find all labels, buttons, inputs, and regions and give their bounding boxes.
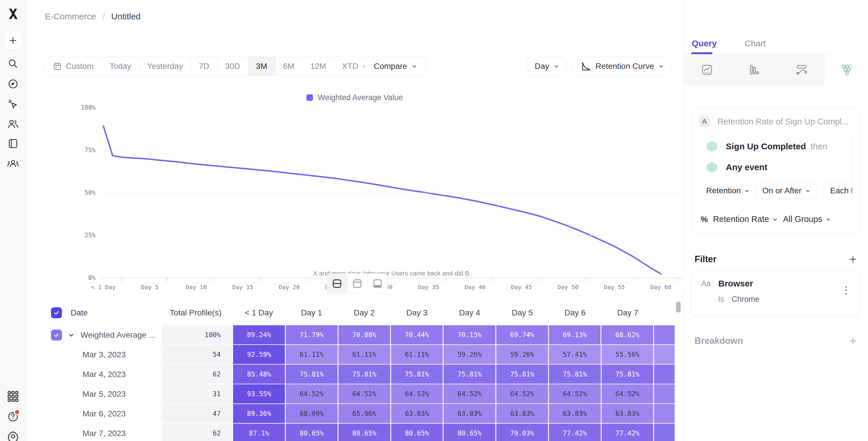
panel-tab-query[interactable]: Query bbox=[692, 33, 717, 54]
filter-menu-button[interactable] bbox=[840, 282, 852, 298]
retention-cell: 63.83% bbox=[601, 404, 653, 423]
sidebar-cohorts-button[interactable] bbox=[4, 154, 22, 172]
range-label: Today bbox=[110, 62, 131, 71]
row-expand-chevron[interactable] bbox=[68, 332, 74, 338]
sidebar-events-button[interactable] bbox=[4, 95, 22, 114]
retention-table: Date Total Profile(s) < 1 DayDay 1Day 2D… bbox=[43, 303, 675, 441]
range-today[interactable]: Today bbox=[102, 57, 139, 75]
panel-tabs: QueryChart bbox=[684, 33, 868, 54]
select-all-checkbox[interactable] bbox=[51, 307, 62, 318]
retention-cell: 55 bbox=[654, 345, 675, 364]
on-or-after-dropdown[interactable]: On or After bbox=[756, 182, 817, 199]
chart-type-tabs-inactive bbox=[684, 54, 825, 85]
range-label: 7D bbox=[199, 62, 209, 71]
query-name-input[interactable]: Retention Rate of Sign Up Compl... bbox=[717, 117, 848, 126]
row-label: Mar 4, 2023 bbox=[83, 370, 126, 379]
range-3m[interactable]: 3M bbox=[248, 57, 275, 75]
x-axis-line bbox=[101, 278, 683, 278]
row-checkbox[interactable] bbox=[51, 329, 62, 341]
breakdown-heading: Breakdown bbox=[694, 336, 743, 346]
sidebar-apps-button[interactable] bbox=[4, 387, 22, 406]
table-header-day: Day 6 bbox=[549, 308, 601, 317]
x-tick-label: Day 45 bbox=[511, 284, 532, 290]
each-day-dropdown[interactable]: Each Day bbox=[824, 182, 852, 199]
query-name-row: A Retention Rate of Sign Up Compl... bbox=[691, 108, 859, 133]
measure-dropdown[interactable]: Retention Rate bbox=[713, 214, 778, 224]
table-row: Mar 5, 20233193.55%64.52%64.52%64.52%64.… bbox=[43, 384, 675, 404]
x-tick-label: Day 40 bbox=[465, 284, 486, 290]
range-12m[interactable]: 12M bbox=[303, 57, 334, 75]
date-range-group: CustomTodayYesterday7D30D3M6M12MXTD bbox=[45, 57, 375, 76]
sidebar-help-button[interactable] bbox=[4, 407, 22, 426]
breadcrumb-workspace[interactable]: E-Commerce bbox=[45, 11, 96, 22]
sidebar-create-button[interactable] bbox=[4, 31, 22, 50]
check-icon bbox=[54, 332, 59, 338]
retention-cell: 89.24% bbox=[233, 325, 285, 344]
y-tick-label: 100% bbox=[52, 104, 96, 111]
breadcrumb-report-title[interactable]: Untitled bbox=[111, 11, 141, 22]
query-step-sign-up-completed[interactable]: Sign Up Completedthen bbox=[706, 140, 852, 152]
range-label: XTD bbox=[342, 62, 358, 71]
view-toggle-bottom-panel[interactable] bbox=[367, 274, 388, 293]
query-step-any-event[interactable]: Any event bbox=[706, 161, 852, 173]
y-tick-label: 50% bbox=[52, 189, 96, 196]
range-label: 12M bbox=[310, 62, 326, 71]
retention-cell: 75.81% bbox=[443, 365, 495, 384]
row-total-cell: 54 bbox=[162, 345, 232, 364]
tab-insights-chart[interactable] bbox=[684, 54, 731, 85]
vertical-scrollbar[interactable] bbox=[676, 302, 681, 313]
retention-cell: 61.11% bbox=[338, 345, 390, 364]
panel-tab-chart[interactable]: Chart bbox=[745, 33, 766, 54]
x-tick-mark bbox=[446, 278, 446, 281]
range-30d[interactable]: 30D bbox=[217, 57, 248, 75]
range-yesterday[interactable]: Yesterday bbox=[139, 57, 191, 75]
x-tick-label: < 1 Day bbox=[91, 284, 116, 290]
sidebar-search-button[interactable] bbox=[4, 54, 22, 73]
row-total-cell: 47 bbox=[162, 404, 232, 423]
granularity-dropdown[interactable]: Day bbox=[527, 57, 567, 76]
retention-dropdown[interactable]: Retention bbox=[706, 186, 749, 195]
groups-label: All Groups bbox=[783, 214, 822, 224]
table-header-row: Date Total Profile(s) < 1 DayDay 1Day 2D… bbox=[43, 303, 675, 323]
retention-cell: 64.52% bbox=[496, 384, 548, 403]
retention-cell: 75.81% bbox=[496, 365, 548, 384]
dropdown-label: On or After bbox=[762, 186, 801, 195]
filter-field-row: Aa Browser bbox=[691, 271, 859, 288]
retention-cell: 64 bbox=[654, 384, 675, 403]
tab-flow-chart[interactable] bbox=[778, 54, 825, 85]
range-6m[interactable]: 6M bbox=[275, 57, 303, 75]
x-tick-label: Day 15 bbox=[232, 284, 253, 290]
view-toggle-split-horizontal[interactable] bbox=[327, 274, 347, 293]
tab-retention-chart[interactable] bbox=[825, 54, 868, 85]
notification-dot bbox=[14, 409, 20, 415]
retention-cell: 77.42% bbox=[601, 423, 653, 441]
range-label: Custom bbox=[66, 62, 94, 71]
gridline bbox=[101, 235, 683, 235]
filter-card[interactable]: Aa Browser Is Chrome bbox=[691, 270, 860, 316]
groups-dropdown[interactable]: All Groups bbox=[783, 214, 831, 224]
sidebar-profiles-button[interactable] bbox=[4, 115, 22, 133]
step-label: Sign Up Completed bbox=[726, 141, 806, 151]
view-toggle-group bbox=[327, 274, 388, 293]
x-tick-mark bbox=[400, 278, 400, 281]
compare-button[interactable]: Compare bbox=[365, 57, 426, 76]
retention-chart: X and more days later your Users came ba… bbox=[43, 104, 689, 299]
main-content: CustomTodayYesterday7D30D3M6M12MXTD Comp… bbox=[26, 33, 683, 441]
chart-type-dropdown[interactable]: Retention Curve bbox=[573, 57, 672, 76]
range-7d[interactable]: 7D bbox=[191, 57, 217, 75]
retention-analysis-app: E-Commerce / Untitled Save CustomTodayYe… bbox=[0, 0, 868, 441]
retention-cell: 89.36% bbox=[233, 404, 285, 423]
sidebar-settings-button[interactable] bbox=[4, 427, 22, 441]
sidebar-explore-button[interactable] bbox=[4, 75, 22, 93]
chevron-down-icon bbox=[744, 188, 749, 193]
table-header-day: Day 7 bbox=[601, 308, 654, 317]
x-tick-mark bbox=[632, 278, 632, 281]
tab-bar-chart[interactable] bbox=[731, 54, 778, 85]
x-tick-label: Day 50 bbox=[557, 284, 578, 290]
retention-cell: 70.15% bbox=[443, 325, 495, 344]
range-custom[interactable]: Custom bbox=[45, 57, 102, 75]
sidebar-docs-button[interactable] bbox=[4, 134, 22, 153]
add-breakdown-button[interactable] bbox=[848, 336, 858, 346]
view-toggle-top-panel[interactable] bbox=[347, 274, 367, 293]
add-filter-button[interactable] bbox=[848, 254, 858, 264]
